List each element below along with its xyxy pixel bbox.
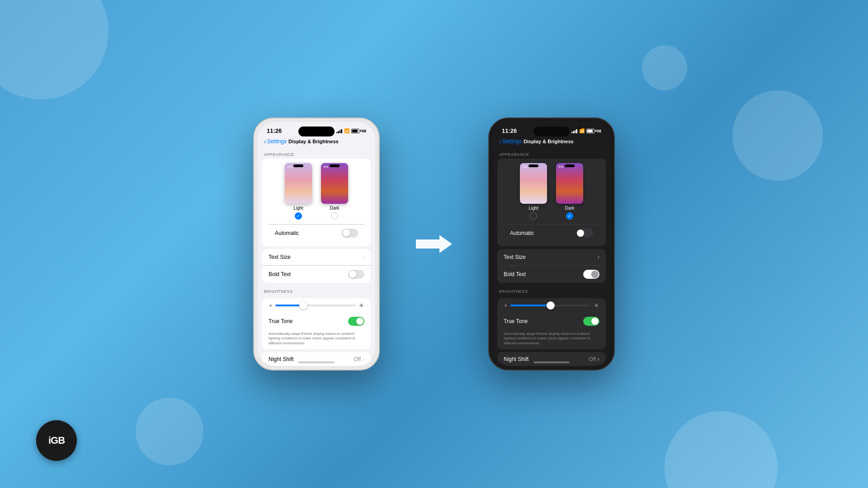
dark-automatic-row: Automatic <box>504 224 599 242</box>
dark-nav-bar: ‹ Settings Display & Brightness <box>493 136 610 149</box>
dark-phone-light-notch <box>528 164 538 167</box>
dark-bold-text-label: Bold Text <box>504 271 526 277</box>
light-status-time: 11:26 <box>267 127 282 134</box>
dark-brightness-row: ☀ ☀ <box>497 298 606 313</box>
light-night-shift-card: Night Shift Off › <box>262 352 371 366</box>
light-true-tone-toggle[interactable] <box>348 317 364 326</box>
dark-night-shift-value: Off <box>589 356 596 362</box>
light-phone-wrapper: 11:26 📶 <box>253 117 380 371</box>
light-radio-dark[interactable] <box>331 212 338 220</box>
light-text-size-row[interactable]: Text Size › <box>262 249 371 265</box>
dark-radio-dark[interactable] <box>566 212 573 220</box>
light-thumb-notch <box>293 164 303 167</box>
dark-text-size-row[interactable]: Text Size › <box>497 249 606 265</box>
dark-phone-wrapper: 11:26 📶 <box>488 117 615 371</box>
light-bold-text-label: Bold Text <box>269 271 291 277</box>
light-text-settings-card: Text Size › Bold Text <box>262 249 371 283</box>
dark-back-button[interactable]: ‹ Settings <box>499 138 522 145</box>
main-scene: 11:26 📶 <box>253 117 615 371</box>
light-brightness-header: BRIGHTNESS <box>258 286 375 296</box>
dark-thumb-notch <box>330 164 340 167</box>
light-text-size-label: Text Size <box>269 254 291 260</box>
light-text-size-chevron: › <box>363 254 364 260</box>
dark-back-chevron: ‹ <box>499 138 501 145</box>
light-home-indicator <box>298 361 335 363</box>
light-brightness-slider[interactable] <box>275 305 356 306</box>
light-appearance-label-dark: Dark <box>330 206 339 211</box>
dark-night-shift-row[interactable]: Night Shift Off › <box>497 352 606 366</box>
light-status-icons: 📶 98 <box>336 128 366 133</box>
dark-appearance-option-light[interactable]: 9:41 Light <box>520 163 547 220</box>
dark-appearance-label-dark: Dark <box>565 206 574 211</box>
dark-bold-text-row: Bold Text <box>497 265 606 283</box>
dark-text-settings-card: Text Size › Bold Text <box>497 249 606 283</box>
arrow-container <box>416 233 452 255</box>
light-true-tone-label: True Tone <box>269 318 292 324</box>
dark-automatic-label: Automatic <box>510 230 534 236</box>
light-night-shift-value: Off <box>354 356 361 362</box>
dark-true-tone-toggle[interactable] <box>583 317 599 326</box>
dark-automatic-toggle[interactable] <box>577 229 593 238</box>
dark-dynamic-island <box>533 127 570 136</box>
light-automatic-toggle[interactable] <box>342 229 358 238</box>
igb-logo-text: iGB <box>48 435 65 446</box>
light-radio-light[interactable] <box>295 212 302 220</box>
light-text-size-right: › <box>363 254 364 260</box>
dark-signal-icon <box>571 129 577 133</box>
light-brightness-bright-icon: ☀ <box>359 302 364 309</box>
light-automatic-row: Automatic <box>269 224 364 242</box>
light-wifi-icon: 📶 <box>344 128 349 133</box>
light-bold-text-row: Bold Text <box>262 265 371 283</box>
dark-true-tone-description: Automatically adapt iPhone display based… <box>497 330 606 349</box>
direction-arrow <box>416 233 452 255</box>
light-true-tone-description: Automatically adapt iPhone display based… <box>262 330 371 349</box>
dark-appearance-options: 9:41 Light 9:41 <box>504 163 599 220</box>
dark-status-icons: 📶 98 <box>571 128 601 133</box>
light-back-button[interactable]: ‹ Settings <box>264 138 287 145</box>
dark-appearance-header: APPEARANCE <box>493 149 610 159</box>
dark-brightness-header: BRIGHTNESS <box>493 286 610 296</box>
dark-radio-light[interactable] <box>530 212 537 220</box>
dark-night-shift-chevron: › <box>598 356 599 362</box>
dark-text-size-right: › <box>598 254 599 260</box>
dark-phone-screen: 11:26 📶 <box>493 122 610 366</box>
light-automatic-label: Automatic <box>275 230 299 236</box>
light-back-label: Settings <box>267 138 287 145</box>
light-dynamic-island <box>298 127 335 136</box>
light-appearance-options: 9:41 Light 9:41 <box>269 163 364 220</box>
light-appearance-header: APPEARANCE <box>258 149 375 159</box>
light-phone-screen: 11:26 📶 <box>258 122 375 366</box>
igb-logo: iGB <box>36 420 77 461</box>
dark-night-shift-label: Night Shift <box>504 356 528 362</box>
light-night-shift-label: Night Shift <box>269 356 293 362</box>
dark-brightness-card: ☀ ☀ True Tone <box>497 298 606 349</box>
dark-phone-light-thumb: 9:41 <box>520 163 547 204</box>
dark-nav-title: Display & Brightness <box>524 139 574 144</box>
dark-camera-dot <box>579 127 581 129</box>
light-appearance-card: 9:41 Light 9:41 <box>262 159 371 246</box>
light-brightness-card: ☀ ☀ True Tone <box>262 298 371 349</box>
dark-thumb-preview: 9:41 <box>321 163 348 204</box>
light-nav-bar: ‹ Settings Display & Brightness <box>258 136 375 149</box>
dark-brightness-slider[interactable] <box>510 305 591 306</box>
light-thumb-preview: 9:41 <box>285 163 312 204</box>
light-bold-text-toggle[interactable] <box>348 270 364 279</box>
light-back-chevron: ‹ <box>264 138 266 145</box>
dark-appearance-option-dark[interactable]: 9:41 Dark <box>556 163 583 220</box>
light-night-shift-chevron: › <box>363 356 364 362</box>
dark-true-tone-label: True Tone <box>504 318 528 324</box>
dark-text-size-label: Text Size <box>504 254 526 260</box>
dark-back-label: Settings <box>502 138 522 145</box>
light-brightness-row: ☀ ☀ <box>262 298 371 313</box>
dark-true-tone-row: True Tone <box>497 313 606 330</box>
dark-phone-frame: 11:26 📶 <box>488 117 615 371</box>
dark-bold-text-toggle[interactable] <box>583 270 599 279</box>
light-brightness-dim-icon: ☀ <box>269 303 273 308</box>
dark-battery-icon: 98 <box>586 129 601 133</box>
light-appearance-option-light[interactable]: 9:41 Light <box>285 163 312 220</box>
light-appearance-option-dark[interactable]: 9:41 Dark <box>321 163 348 220</box>
dark-brightness-bright-icon: ☀ <box>594 302 599 309</box>
dark-appearance-card: 9:41 Light 9:41 <box>497 159 606 246</box>
dark-brightness-dim-icon: ☀ <box>504 303 508 308</box>
light-night-shift-row[interactable]: Night Shift Off › <box>262 352 371 366</box>
